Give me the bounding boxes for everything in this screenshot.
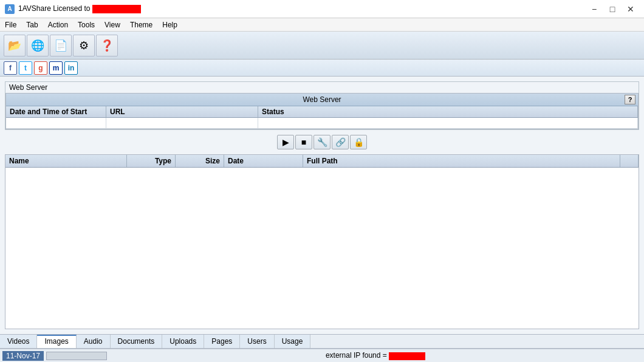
- twitter-btn[interactable]: t: [19, 61, 32, 75]
- menu-item-view[interactable]: View: [100, 18, 125, 31]
- minimize-button[interactable]: −: [586, 3, 603, 15]
- files-table-body: [5, 168, 639, 329]
- social-bar: ftgmin: [0, 60, 644, 77]
- tab-users[interactable]: Users: [240, 335, 274, 348]
- web-server-section: Web Server Web Server ? Date and Time of…: [5, 81, 639, 130]
- ws-col-status: Status: [258, 106, 638, 117]
- col-size: Size: [176, 155, 224, 167]
- help-icon[interactable]: ❓: [96, 35, 118, 56]
- mid-toolbar: ▶ ■ 🔧 🔗 🔒: [5, 130, 639, 154]
- files-table-header: Name Type Size Date Full Path: [5, 155, 639, 168]
- status-date: 11-Nov-17: [2, 351, 44, 361]
- status-progress-bar: [46, 352, 107, 360]
- tab-pages[interactable]: Pages: [204, 335, 240, 348]
- title-bar: A 1AVShare Licensed to − □ ✕: [0, 0, 644, 18]
- tab-images[interactable]: Images: [37, 335, 76, 348]
- ws-data-date: [6, 118, 106, 128]
- close-button[interactable]: ✕: [622, 3, 639, 15]
- tab-usage[interactable]: Usage: [275, 335, 311, 348]
- ws-col-date: Date and Time of Start: [6, 106, 106, 117]
- col-extra: [620, 155, 639, 167]
- ws-col-url: URL: [106, 106, 258, 117]
- status-bar: 11-Nov-17 external IP found =: [0, 349, 644, 362]
- app-icon: A: [5, 4, 15, 14]
- play-button[interactable]: ▶: [277, 135, 294, 149]
- status-ip-text: external IP found =: [326, 351, 389, 360]
- ws-column-headers: Date and Time of Start URL Status: [6, 106, 638, 118]
- myspace-btn[interactable]: m: [49, 61, 63, 75]
- web-server-panel: Web Server ? Date and Time of Start URL …: [5, 93, 639, 129]
- maximize-button[interactable]: □: [604, 3, 621, 15]
- tab-uploads[interactable]: Uploads: [162, 335, 204, 348]
- menu-item-action[interactable]: Action: [43, 18, 73, 31]
- globe-icon[interactable]: 🌐: [27, 35, 49, 56]
- title-left: A 1AVShare Licensed to: [5, 4, 141, 14]
- google-btn[interactable]: g: [34, 61, 47, 75]
- main-content: Web Server Web Server ? Date and Time of…: [0, 77, 644, 334]
- lock-button[interactable]: 🔒: [350, 135, 367, 149]
- ws-data-status: [258, 118, 638, 128]
- title-redacted: [92, 5, 141, 13]
- files-table: Name Type Size Date Full Path: [5, 154, 639, 329]
- wrench-button[interactable]: 🔧: [313, 135, 331, 149]
- toolbar: 📂🌐📄⚙❓: [0, 32, 644, 60]
- ws-header: Web Server ?: [6, 94, 638, 106]
- col-fullpath: Full Path: [303, 155, 620, 167]
- tab-audio[interactable]: Audio: [77, 335, 111, 348]
- facebook-btn[interactable]: f: [4, 61, 17, 75]
- tab-videos[interactable]: Videos: [0, 335, 37, 348]
- gear-icon[interactable]: ⚙: [73, 35, 95, 56]
- menu-bar: FileTabActionToolsViewThemeHelp: [0, 18, 644, 32]
- menu-item-help[interactable]: Help: [157, 18, 182, 31]
- ws-data-row: [6, 118, 638, 129]
- menu-item-file[interactable]: File: [0, 18, 21, 31]
- ws-help-button[interactable]: ?: [625, 95, 635, 104]
- title-text: 1AVShare Licensed to: [18, 4, 141, 13]
- col-type: Type: [127, 155, 176, 167]
- ws-header-label: Web Server: [10, 95, 634, 104]
- menu-item-tools[interactable]: Tools: [73, 18, 100, 31]
- app-name-label: 1AVShare Licensed to: [18, 4, 92, 13]
- status-text: external IP found =: [109, 351, 642, 360]
- document-icon[interactable]: 📄: [50, 35, 72, 56]
- ws-data-url: [106, 118, 258, 128]
- status-ip-redacted: [389, 352, 425, 360]
- menu-item-tab[interactable]: Tab: [21, 18, 43, 31]
- web-server-section-label: Web Server: [5, 82, 639, 93]
- tab-documents[interactable]: Documents: [111, 335, 163, 348]
- menu-item-theme[interactable]: Theme: [125, 18, 157, 31]
- col-name: Name: [5, 155, 127, 167]
- tab-bar: VideosImagesAudioDocumentsUploadsPagesUs…: [0, 334, 644, 349]
- stop-button[interactable]: ■: [295, 135, 312, 149]
- col-date: Date: [224, 155, 303, 167]
- link-button[interactable]: 🔗: [332, 135, 349, 149]
- title-controls: − □ ✕: [586, 3, 639, 15]
- linkedin-btn[interactable]: in: [64, 61, 78, 75]
- folder-open-icon[interactable]: 📂: [4, 35, 26, 56]
